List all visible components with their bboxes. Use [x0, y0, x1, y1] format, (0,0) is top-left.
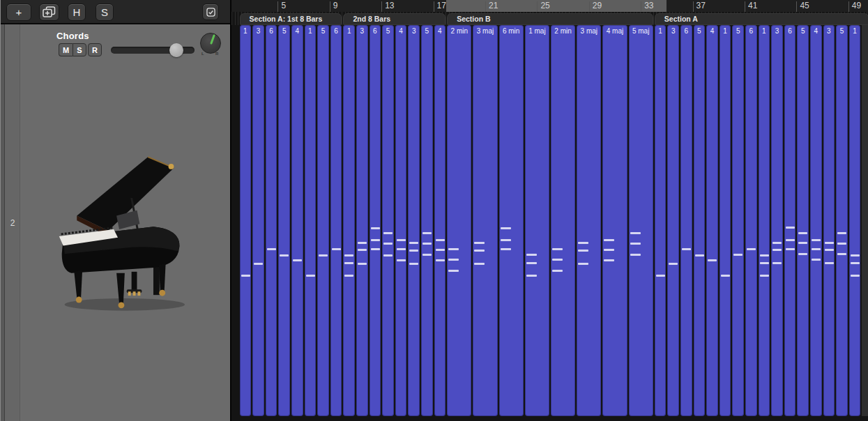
- marker-chip[interactable]: Section A: 1st 8 Bars: [240, 13, 342, 25]
- midi-region[interactable]: 2 min: [447, 25, 471, 416]
- ruler-tick: [745, 1, 745, 12]
- mute-button[interactable]: M: [59, 43, 73, 56]
- midi-note: [241, 275, 250, 277]
- midi-region[interactable]: 2 min: [551, 25, 575, 416]
- midi-region[interactable]: 6: [680, 25, 692, 416]
- midi-region[interactable]: 1: [305, 25, 317, 416]
- track-header-config-button[interactable]: [202, 3, 219, 20]
- solo-button[interactable]: S: [73, 43, 86, 56]
- track-list-panel: + H S: [0, 0, 230, 421]
- midi-note: [578, 242, 588, 244]
- solo-icon: S: [101, 6, 108, 18]
- duplicate-track-button[interactable]: [39, 3, 59, 21]
- region-label: 6: [370, 27, 381, 35]
- region-label: 3: [771, 27, 783, 35]
- midi-note: [306, 275, 315, 277]
- ruler-tick: [330, 1, 330, 12]
- midi-region[interactable]: 5: [421, 25, 433, 416]
- track-number: 2: [5, 218, 20, 228]
- midi-region[interactable]: 6: [266, 25, 277, 416]
- ruler-tick: [641, 1, 641, 12]
- volume-slider-thumb[interactable]: [169, 43, 183, 57]
- midi-region[interactable]: 5: [797, 25, 809, 416]
- midi-note: [397, 259, 406, 261]
- midi-region[interactable]: 1 maj: [525, 25, 549, 416]
- midi-region[interactable]: 5: [317, 25, 329, 416]
- midi-region[interactable]: 6 min: [499, 25, 524, 416]
- midi-region[interactable]: 6: [784, 25, 796, 416]
- midi-note: [422, 254, 432, 256]
- solo-tracks-button[interactable]: S: [96, 3, 114, 21]
- region-label: 6: [784, 27, 796, 35]
- midi-region[interactable]: 3: [252, 25, 264, 416]
- midi-region[interactable]: 1: [240, 25, 252, 416]
- midi-region[interactable]: 5: [278, 25, 290, 416]
- midi-note: [436, 259, 445, 261]
- hide-tracks-button[interactable]: H: [68, 3, 86, 21]
- marker-track[interactable]: Section A: 1st 8 Bars2nd 8 BarsSection B…: [231, 12, 868, 25]
- midi-note: [422, 232, 432, 234]
- midi-region[interactable]: 3 maj: [577, 25, 601, 416]
- bar-ruler[interactable]: 5913172125293337414549: [231, 0, 868, 12]
- midi-note: [656, 275, 665, 277]
- midi-note: [578, 263, 588, 265]
- region-label: 4 maj: [602, 27, 627, 35]
- midi-note: [825, 262, 834, 264]
- track-header[interactable]: Chords M S R L R: [20, 24, 231, 421]
- midi-region[interactable]: 5: [694, 25, 706, 416]
- midi-region[interactable]: 4: [810, 25, 822, 416]
- midi-region[interactable]: 5: [382, 25, 394, 416]
- regions-lane: 13654156136543542 min3 maj6 min1 maj2 mi…: [231, 25, 868, 416]
- midi-note: [371, 227, 380, 229]
- marker-chip[interactable]: 2nd 8 Bars: [343, 13, 446, 25]
- midi-region[interactable]: 6: [330, 25, 342, 416]
- midi-note: [825, 249, 834, 251]
- region-label: 5: [421, 27, 433, 35]
- midi-region[interactable]: 6: [370, 25, 381, 416]
- midi-region[interactable]: 3 maj: [473, 25, 497, 416]
- midi-region[interactable]: 1: [343, 25, 355, 416]
- midi-region[interactable]: 1: [849, 25, 861, 416]
- midi-region[interactable]: 3: [771, 25, 783, 416]
- track-number-strip[interactable]: 2: [5, 24, 20, 421]
- midi-region[interactable]: 4: [291, 25, 303, 416]
- add-track-button[interactable]: +: [6, 3, 31, 21]
- midi-region[interactable]: 5: [836, 25, 848, 416]
- marker-chip[interactable]: Section B: [447, 13, 653, 25]
- midi-region[interactable]: 3: [667, 25, 679, 416]
- midi-note: [786, 248, 795, 250]
- timeline-area: 5913172125293337414549 Section A: 1st 8 …: [230, 0, 868, 421]
- midi-region[interactable]: 3: [823, 25, 835, 416]
- region-label: 3: [356, 27, 368, 35]
- midi-note: [604, 239, 614, 241]
- midi-region[interactable]: 3: [356, 25, 368, 416]
- midi-region[interactable]: 4: [434, 25, 446, 416]
- midi-note: [448, 248, 459, 250]
- region-label: 5: [836, 27, 848, 35]
- midi-region[interactable]: 5: [732, 25, 744, 416]
- midi-region[interactable]: 1: [759, 25, 770, 416]
- midi-note: [358, 249, 367, 251]
- midi-region[interactable]: 1: [655, 25, 667, 416]
- record-enable-button[interactable]: R: [88, 43, 102, 56]
- region-label: 5: [382, 27, 394, 35]
- ruler-tick: [796, 1, 797, 12]
- cycle-highlight[interactable]: [446, 0, 667, 12]
- pan-knob[interactable]: [200, 33, 221, 54]
- midi-region[interactable]: 4: [395, 25, 407, 416]
- midi-region[interactable]: 1: [719, 25, 731, 416]
- bar-number: 21: [489, 1, 498, 10]
- midi-region[interactable]: 5 maj: [629, 25, 653, 416]
- midi-region[interactable]: 3: [408, 25, 420, 416]
- piano-image: [51, 148, 188, 316]
- ruler-tick: [485, 1, 486, 12]
- marker-chip[interactable]: Section A: [655, 13, 868, 25]
- region-label: 4: [706, 27, 718, 35]
- midi-note: [371, 239, 380, 241]
- region-label: 1: [719, 27, 731, 35]
- region-label: 2 min: [551, 27, 575, 35]
- midi-region[interactable]: 6: [745, 25, 757, 416]
- midi-note: [319, 254, 328, 257]
- midi-region[interactable]: 4: [706, 25, 718, 416]
- midi-region[interactable]: 4 maj: [602, 25, 627, 416]
